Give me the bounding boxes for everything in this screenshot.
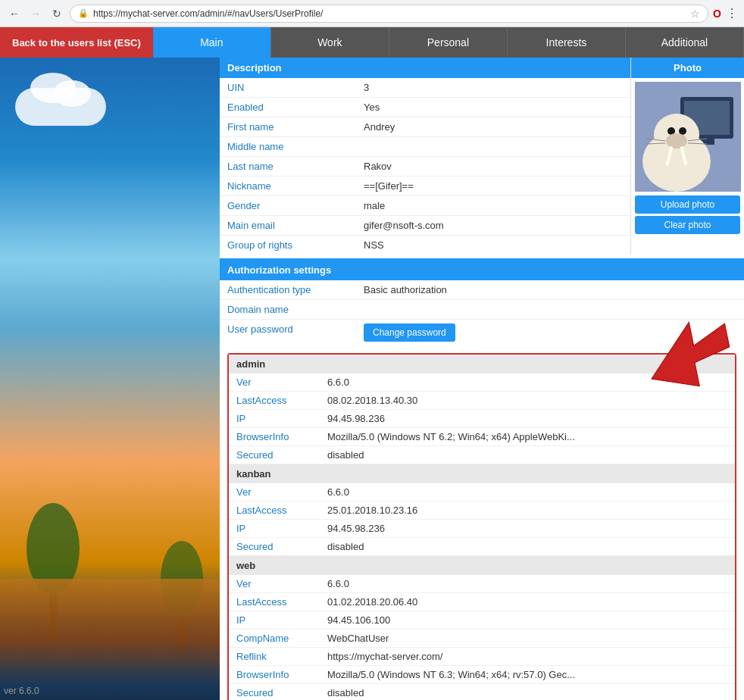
label-nickname: Nickname (220, 177, 356, 195)
address-bar[interactable]: 🔒 https://mychat-server.com/admin/#/navU… (70, 5, 708, 23)
label-auth-type: Authentication type (220, 280, 356, 299)
label-web-lastaccess: LastAccess (229, 593, 320, 611)
sidebar-landscape (0, 58, 220, 700)
label-enabled: Enabled (220, 98, 356, 117)
profile-fields: Description UIN 3 Enabled Yes First name… (220, 58, 630, 255)
field-row-email: Main email gifer@nsoft-s.com (220, 216, 630, 236)
label-middlename: Middle name (220, 137, 356, 156)
label-web-compname: CompName (229, 630, 320, 647)
sessions-box: admin Ver 6.6.0 LastAccess 08.02.2018.13… (227, 353, 736, 700)
refresh-button[interactable]: ↻ (48, 5, 65, 22)
change-password-button[interactable]: Change password (364, 323, 455, 342)
menu-icon: ⋮ (726, 6, 738, 20)
clear-photo-button[interactable]: Clear photo (635, 216, 740, 234)
label-web-browserinfo: BrowserInfo (229, 666, 320, 683)
session-web-ver: Ver 6.6.0 (229, 575, 735, 593)
user-photo (635, 82, 741, 192)
value-web-ip: 94.45.106.100 (320, 611, 735, 629)
value-kanban-ver: 6.6.0 (320, 483, 735, 501)
tab-interests[interactable]: Interests (508, 27, 626, 58)
value-web-lastaccess: 01.02.2018.20.06.40 (320, 593, 735, 611)
value-admin-lastaccess: 08.02.2018.13.40.30 (320, 392, 735, 409)
session-admin-ip: IP 94.45.98.236 (229, 410, 735, 428)
value-firstname: Andrey (356, 117, 630, 136)
description-section: Description UIN 3 Enabled Yes First name… (220, 58, 744, 255)
label-gender: Gender (220, 196, 356, 215)
back-nav-button[interactable]: ← (6, 5, 23, 22)
value-web-secured: disabled (320, 684, 735, 700)
field-row-domain: Domain name (220, 300, 744, 320)
value-enabled: Yes (356, 98, 630, 117)
svg-point-12 (666, 133, 687, 148)
value-web-ver: 6.6.0 (320, 575, 735, 592)
browser-bar: ← → ↻ 🔒 https://mychat-server.com/admin/… (0, 0, 744, 27)
label-web-secured: Secured (229, 684, 320, 700)
label-admin-ip: IP (229, 410, 320, 427)
tab-work[interactable]: Work (271, 27, 389, 58)
tabs-container: Main Work Personal Interests Additional (153, 27, 744, 58)
value-admin-secured: disabled (320, 446, 735, 464)
session-admin-ver: Ver 6.6.0 (229, 373, 735, 392)
auth-header: Authorization settings (220, 260, 744, 280)
tab-main[interactable]: Main (153, 27, 271, 58)
profile-panel: Description UIN 3 Enabled Yes First name… (220, 58, 744, 700)
value-web-compname: WebChatUser (320, 630, 735, 647)
field-row-uin: UIN 3 (220, 78, 630, 98)
session-group-kanban: kanban (229, 464, 735, 483)
bookmark-icon: ☆ (690, 8, 700, 20)
back-to-users-button[interactable]: Back to the users list (ESC) (0, 27, 153, 58)
field-row-nickname: Nickname ==[Gifer]== (220, 177, 630, 196)
session-web-lastaccess: LastAccess 01.02.2018.20.06.40 (229, 593, 735, 611)
session-kanban-ver: Ver 6.6.0 (229, 483, 735, 502)
label-domain: Domain name (220, 300, 356, 319)
session-admin-secured: Secured disabled (229, 446, 735, 464)
tab-additional[interactable]: Additional (626, 27, 744, 58)
label-admin-ver: Ver (229, 373, 320, 391)
tab-personal[interactable]: Personal (389, 27, 508, 58)
authorization-section: Authorization settings Authentication ty… (220, 258, 744, 345)
session-kanban-ip: IP 94.45.98.236 (229, 520, 735, 538)
session-kanban-lastaccess: LastAccess 25.01.2018.10.23.16 (229, 502, 735, 520)
value-admin-ver: 6.6.0 (320, 373, 735, 391)
label-kanban-ver: Ver (229, 483, 320, 501)
field-row-firstname: First name Andrey (220, 117, 630, 137)
photo-header: Photo (631, 58, 744, 78)
session-kanban-secured: Secured disabled (229, 538, 735, 556)
label-kanban-lastaccess: LastAccess (229, 502, 320, 519)
field-row-middlename: Middle name (220, 137, 630, 157)
value-middlename (356, 137, 630, 156)
value-lastname: Rakov (356, 157, 630, 176)
svg-point-11 (679, 127, 686, 135)
label-firstname: First name (220, 117, 356, 136)
description-header: Description (220, 58, 630, 78)
session-web-reflink: Reflink https://mychat-server.com/ (229, 648, 735, 666)
value-auth-type: Basic authorization (356, 280, 744, 299)
value-nickname: ==[Gifer]== (356, 177, 630, 195)
label-kanban-secured: Secured (229, 538, 320, 555)
label-admin-browserinfo: BrowserInfo (229, 428, 320, 445)
value-web-browserinfo: Mozilla/5.0 (Windows NT 6.3; Win64; x64;… (320, 666, 735, 683)
field-row-password: User password Change password (220, 320, 744, 345)
value-kanban-secured: disabled (320, 538, 735, 555)
field-row-gender: Gender male (220, 196, 630, 216)
value-kanban-lastaccess: 25.01.2018.10.23.16 (320, 502, 735, 519)
walrus-image (635, 82, 741, 192)
label-kanban-ip: IP (229, 520, 320, 537)
value-email: gifer@nsoft-s.com (356, 216, 630, 235)
url-text: https://mychat-server.com/admin/#/navUse… (93, 8, 686, 19)
value-kanban-ip: 94.45.98.236 (320, 520, 735, 537)
lock-icon: 🔒 (78, 8, 89, 18)
label-web-reflink: Reflink (229, 648, 320, 665)
session-admin-browserinfo: BrowserInfo Mozilla/5.0 (Windows NT 6.2;… (229, 428, 735, 446)
cloud-decoration (15, 88, 106, 126)
label-web-ip: IP (229, 611, 320, 629)
label-email: Main email (220, 216, 356, 235)
upload-photo-button[interactable]: Upload photo (635, 195, 740, 214)
field-row-auth-type: Authentication type Basic authorization (220, 280, 744, 300)
label-group: Group of rights (220, 236, 356, 255)
value-admin-browserinfo: Mozilla/5.0 (Windows NT 6.2; Win64; x64)… (320, 428, 735, 445)
forward-nav-button[interactable]: → (27, 5, 44, 22)
session-group-admin: admin (229, 355, 735, 373)
field-row-group: Group of rights NSS (220, 236, 630, 255)
session-admin-lastaccess: LastAccess 08.02.2018.13.40.30 (229, 392, 735, 410)
